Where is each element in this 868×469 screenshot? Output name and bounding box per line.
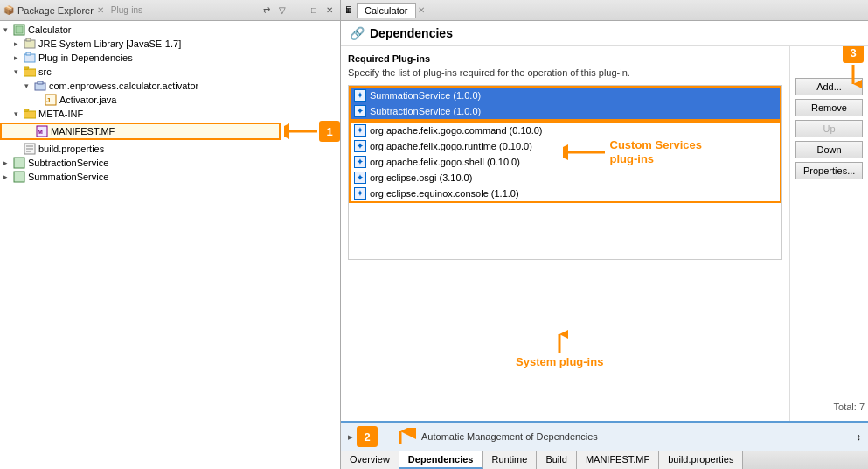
annotation-1-number: 1 <box>319 121 340 142</box>
section-title: Dependencies <box>370 26 453 40</box>
tree-item-build-props[interactable]: build.properties <box>0 142 340 156</box>
tree-item-jre[interactable]: ▸ JRE System Library [JavaSE-1.7] <box>0 37 340 51</box>
tab-runtime[interactable]: Runtime <box>483 452 537 469</box>
tab-build[interactable]: Build <box>537 452 576 469</box>
plugin-sys-icon: ✦ <box>354 187 366 200</box>
arrow-up-icon <box>551 329 568 355</box>
file-icon <box>23 143 37 155</box>
tree-label: SubtractionService <box>28 158 108 168</box>
plugin-icon <box>23 52 37 64</box>
tree-item-package[interactable]: ▾ com.enprowess.calculator.activator <box>0 79 340 93</box>
side-buttons: 3 Add... Remove Up Down Properties... To… <box>789 46 868 421</box>
package-icon <box>33 80 47 92</box>
panel-title: Package Explorer <box>17 5 94 16</box>
package-explorer-panel: 📦 Package Explorer ✕ Plug-ins ⇄ ▽ — □ ✕ … <box>0 0 341 469</box>
arrow-left-icon <box>284 122 319 140</box>
arrow-down-icon <box>844 63 862 89</box>
close-icon[interactable]: ✕ <box>323 4 337 18</box>
automation-sort-icon: ↕ <box>857 431 862 442</box>
plug-ins-tab[interactable]: Plug-ins <box>111 5 142 15</box>
content-area: Required Plug-ins Specify the list of pl… <box>341 46 868 421</box>
dependencies-icon: 🔗 <box>350 26 365 40</box>
required-plugins-header: Required Plug-ins <box>348 53 782 64</box>
plugin-sys-icon: ✦ <box>354 140 366 152</box>
plugin-item-3[interactable]: ✦ org.eclipse.osgi (3.10.0) <box>351 170 780 186</box>
custom-plugins-group: ✦ SummationService (1.0.0) ✦ Subtraction… <box>349 86 781 121</box>
bottom-tab-bar: Overview Dependencies Runtime Build MANI… <box>341 451 868 469</box>
up-button[interactable]: Up <box>795 120 863 137</box>
down-button[interactable]: Down <box>795 141 863 158</box>
tree-item-subtraction[interactable]: ▸ SubtractionService <box>0 156 340 170</box>
plugin-item-4[interactable]: ✦ org.eclipse.equinox.console (1.1.0) <box>351 186 780 201</box>
folder-icon <box>23 66 37 78</box>
svg-rect-18 <box>14 172 24 182</box>
tab-build-properties[interactable]: build.properties <box>659 452 743 469</box>
total-count: Total: 7 <box>834 402 865 412</box>
tree-item-plugin-deps[interactable]: ▸ Plug-in Dependencies <box>0 51 340 65</box>
svg-rect-1 <box>16 26 23 33</box>
package-explorer-icon: 📦 <box>3 5 14 15</box>
plugin-item-summation[interactable]: ✦ SummationService (1.0.0) <box>351 88 780 103</box>
svg-text:M: M <box>38 129 43 135</box>
annotation-1: 1 <box>284 121 340 142</box>
dropdown-icon[interactable]: ▽ <box>275 4 289 18</box>
calculator-tab-icon: 🖩 <box>344 5 353 15</box>
calculator-tab[interactable]: Calculator <box>357 3 416 18</box>
arrow-up-to-bar-icon <box>383 428 418 445</box>
required-plugins-desc: Specify the list of plug-ins required fo… <box>348 67 782 78</box>
maximize-icon[interactable]: □ <box>307 4 321 18</box>
expand-arrow: ▸ <box>3 172 12 181</box>
svg-rect-5 <box>26 52 31 55</box>
automation-bar[interactable]: ▸ 2 Automatic Management of Dependencies… <box>341 423 868 451</box>
expand-arrow: ▾ <box>14 67 23 76</box>
tab-overview[interactable]: Overview <box>341 452 399 469</box>
svg-rect-3 <box>26 38 31 41</box>
properties-button[interactable]: Properties... <box>795 162 863 179</box>
plugin-label: org.eclipse.equinox.console (1.1.0) <box>370 188 519 199</box>
tree-item-manifest[interactable]: M MANIFEST.MF <box>0 122 281 140</box>
tab-dependencies[interactable]: Dependencies <box>399 452 483 469</box>
tree-item-summation[interactable]: ▸ SummationService <box>0 170 340 184</box>
plugins-panel: Required Plug-ins Specify the list of pl… <box>341 46 789 421</box>
annotation-3: 3 <box>843 46 864 89</box>
sync-icon[interactable]: ⇄ <box>260 4 274 18</box>
expand-arrow: ▸ <box>14 53 23 62</box>
system-plugins-annotation: System plug-ins <box>516 329 603 368</box>
tree-item-src[interactable]: ▾ src <box>0 65 340 79</box>
tab-close-icon[interactable]: ✕ <box>418 5 425 15</box>
expand-arrow: ▾ <box>24 81 33 90</box>
folder-icon <box>23 108 37 120</box>
section-title-bar: 🔗 Dependencies <box>341 21 868 46</box>
tree-label: JRE System Library [JavaSE-1.7] <box>38 38 181 49</box>
tree-label: Activator.java <box>59 94 116 105</box>
tree-item-calculator[interactable]: ▾ Calculator <box>0 23 340 37</box>
minimize-icon[interactable]: — <box>291 4 305 18</box>
annotation-3-number: 3 <box>843 46 864 63</box>
plugin-sys-icon: ✦ <box>354 172 366 184</box>
annotation-2-number: 2 <box>357 426 378 447</box>
tab-manifest[interactable]: MANIFEST.MF <box>577 452 659 469</box>
tree-label: Calculator <box>28 24 72 35</box>
dependencies-section: 🔗 Dependencies Required Plug-ins Specify… <box>341 21 868 469</box>
plugin-item-0[interactable]: ✦ org.apache.felix.gogo.command (0.10.0) <box>351 122 780 138</box>
right-panel: 🖩 Calculator ✕ 🔗 Dependencies Required P… <box>341 0 868 469</box>
tree-label: com.enprowess.calculator.activator <box>49 80 198 91</box>
project-icon <box>12 24 26 36</box>
tree-item-activator[interactable]: J Activator.java <box>0 93 340 107</box>
custom-services-label: Custom Servicesplug-ins <box>610 138 703 165</box>
tree-label: src <box>38 66 52 77</box>
tree-item-meta-inf[interactable]: ▾ META-INF <box>0 107 340 121</box>
jre-icon <box>23 38 37 50</box>
plugin-label: org.apache.felix.gogo.command (0.10.0) <box>370 125 543 136</box>
remove-button[interactable]: Remove <box>795 99 863 116</box>
expand-arrow: ▸ <box>14 39 23 48</box>
tree-label: META-INF <box>38 108 83 119</box>
plugin-item-subtraction[interactable]: ✦ SubtractionService (1.0.0) <box>351 103 780 119</box>
system-plugins-label: System plug-ins <box>516 355 603 368</box>
plugin-list: ✦ SummationService (1.0.0) ✦ Subtraction… <box>348 85 782 260</box>
svg-rect-7 <box>38 81 43 84</box>
java-icon: J <box>44 94 58 106</box>
project-icon <box>12 157 26 169</box>
plugin-label: org.apache.felix.gogo.runtime (0.10.0) <box>370 141 532 151</box>
project-icon <box>12 171 26 183</box>
